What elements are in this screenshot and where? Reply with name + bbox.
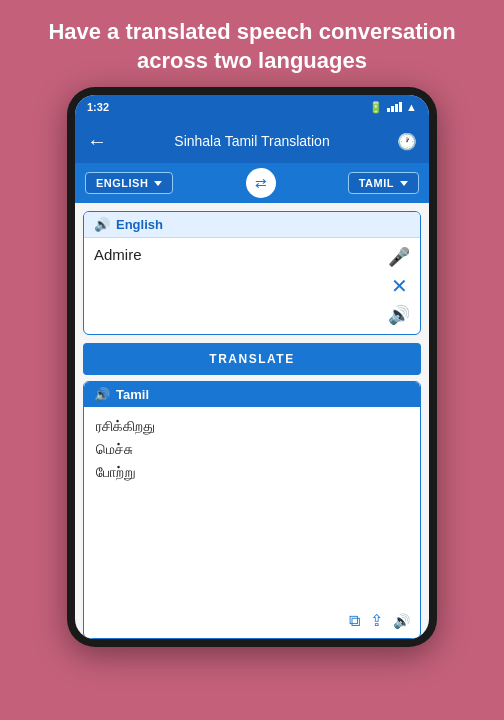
target-language-label: TAMIL [359, 177, 394, 189]
clear-input-button[interactable]: ✕ [391, 274, 408, 298]
wifi-icon: ▲ [406, 101, 417, 113]
output-action-icons: ⧉ ⇪ 🔊 [84, 607, 420, 638]
output-language-label: Tamil [116, 387, 149, 402]
translation-line-2: மெச்சு [96, 438, 408, 461]
status-time: 1:32 [87, 101, 109, 113]
source-language-chevron [154, 181, 162, 186]
input-section-header: 🔊 English [84, 212, 420, 238]
microphone-button[interactable]: 🎤 [388, 246, 410, 268]
source-language-label: ENGLISH [96, 177, 148, 189]
share-button[interactable]: ⇪ [370, 611, 383, 630]
status-icons: 🔋 ▲ [369, 101, 417, 114]
input-action-icons: 🎤 ✕ 🔊 [388, 246, 410, 326]
translate-button[interactable]: TRANSLATE [83, 343, 421, 375]
translation-line-3: போற்று [96, 461, 408, 484]
toolbar-title: Sinhala Tamil Translation [174, 133, 329, 149]
input-section: 🔊 English Admire 🎤 ✕ 🔊 [83, 211, 421, 335]
input-content[interactable]: Admire 🎤 ✕ 🔊 [84, 238, 420, 334]
back-button[interactable]: ← [87, 130, 107, 153]
history-button[interactable]: 🕐 [397, 132, 417, 151]
app-toolbar: ← Sinhala Tamil Translation 🕐 [75, 119, 429, 163]
page-header-title: Have a translated speech conversation ac… [0, 0, 504, 87]
translation-line-1: ரசிக்கிறது [96, 415, 408, 438]
output-speaker-icon[interactable]: 🔊 [94, 387, 110, 402]
phone-screen: 1:32 🔋 ▲ ← Sinhala Tamil Translation 🕐 E… [75, 95, 429, 639]
source-language-button[interactable]: ENGLISH [85, 172, 173, 194]
copy-button[interactable]: ⧉ [349, 612, 360, 630]
battery-icon: 🔋 [369, 101, 383, 114]
swap-languages-button[interactable]: ⇄ [246, 168, 276, 198]
output-playback-button[interactable]: 🔊 [393, 613, 410, 629]
output-content: ரசிக்கிறது மெச்சு போற்று [84, 407, 420, 607]
input-text[interactable]: Admire [94, 246, 382, 263]
phone-frame: 1:32 🔋 ▲ ← Sinhala Tamil Translation 🕐 E… [67, 87, 437, 647]
input-language-label: English [116, 217, 163, 232]
output-section: 🔊 Tamil ரசிக்கிறது மெச்சு போற்று ⧉ ⇪ 🔊 [83, 381, 421, 639]
status-bar: 1:32 🔋 ▲ [75, 95, 429, 119]
output-section-header: 🔊 Tamil [84, 382, 420, 407]
input-speaker-icon[interactable]: 🔊 [94, 217, 110, 232]
signal-bars [387, 102, 402, 112]
target-language-button[interactable]: TAMIL [348, 172, 419, 194]
language-selector-row: ENGLISH ⇄ TAMIL [75, 163, 429, 203]
input-playback-button[interactable]: 🔊 [388, 304, 410, 326]
swap-icon: ⇄ [255, 175, 267, 191]
target-language-chevron [400, 181, 408, 186]
